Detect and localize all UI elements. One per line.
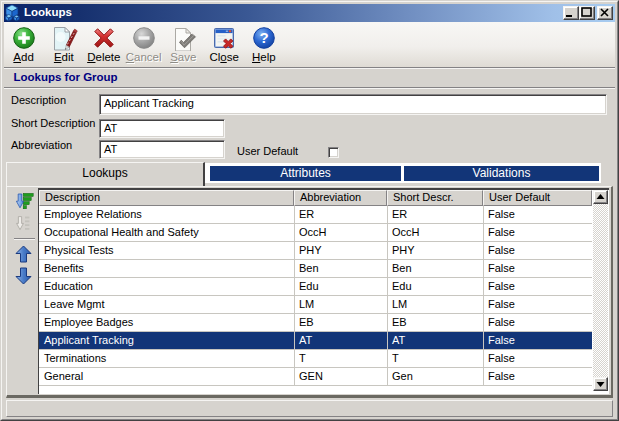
svg-text:?: ?	[259, 29, 268, 46]
